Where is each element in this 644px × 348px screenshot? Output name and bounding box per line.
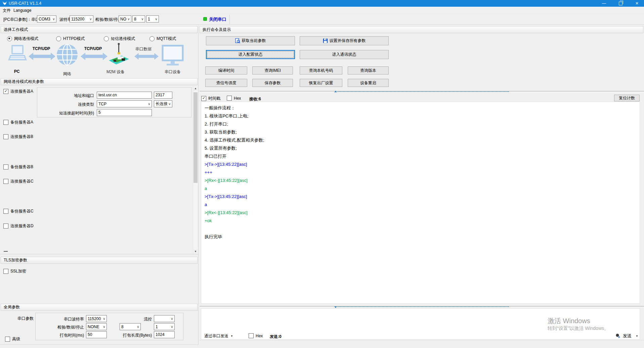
pack-time-input[interactable]: 50: [86, 331, 107, 338]
baud-select[interactable]: 115200∨: [70, 15, 93, 22]
menu-language[interactable]: Language: [12, 8, 33, 13]
databits-select[interactable]: 8∨: [132, 15, 145, 22]
menu-file[interactable]: 文件: [1, 8, 12, 13]
dropdown-arrow-icon: ▼: [636, 335, 638, 338]
log-line: 执行完毕: [205, 233, 636, 241]
checkbox-server-d[interactable]: 连接服务器D: [3, 223, 34, 229]
com-port-select[interactable]: COM3∨: [37, 15, 56, 22]
radio-sms[interactable]: 短信透传模式: [104, 36, 135, 42]
node-label-serial-device: 串口设备: [159, 69, 186, 75]
device-restart-button[interactable]: 设备重启: [348, 79, 389, 87]
log-line: 4. 选择工作模式,配置相关参数;: [205, 136, 636, 144]
chevron-down-icon: ∨: [170, 325, 174, 329]
chevron-down-icon: ∨: [136, 325, 140, 329]
section-divider: [0, 254, 198, 254]
chevron-down-icon: ∨: [147, 102, 152, 106]
log-line: a: [205, 185, 636, 193]
dropdown-arrow-icon: ▼: [230, 335, 233, 338]
log-output-area[interactable]: 一般操作流程： 1. 模块连PC串口,上电; 2. 打开串口; 3. 获取当前参…: [201, 102, 640, 304]
send-button[interactable]: 发送 ▼: [615, 333, 638, 339]
restore-button[interactable]: [615, 0, 626, 7]
log-line: 2. 打开串口;: [205, 120, 636, 128]
link-label-tcpudp-2: TCP/UDP: [80, 46, 106, 51]
radio-httpd[interactable]: HTTPD模式: [56, 36, 85, 42]
server-a-port-input[interactable]: 2317: [154, 92, 172, 99]
scrollbar-thumb[interactable]: [194, 92, 198, 183]
enter-comm-state-button[interactable]: 进入通讯状态: [300, 50, 389, 59]
node-label-m2m: M2M 设备: [102, 69, 129, 75]
log-line: 串口已打开: [205, 152, 636, 160]
title-bar: USR-CAT1 V1.1.4 — ✕: [0, 0, 644, 7]
chevron-down-icon: ∨: [140, 17, 145, 21]
reset-count-button[interactable]: 复位计数: [614, 95, 640, 101]
log-line: +++: [205, 168, 636, 177]
log-line: 1. 模块连PC串口,上电;: [205, 112, 636, 120]
log-splitter-handle[interactable]: [338, 91, 509, 93]
radio-net-transparent[interactable]: 网络透传模式: [7, 36, 38, 42]
set-save-params-button[interactable]: 设置并保存所有参数: [300, 36, 389, 45]
node-label-pc: PC: [3, 69, 30, 74]
checkbox-icon: [249, 333, 254, 338]
send-via-dropdown[interactable]: 通过串口发送 ▼: [204, 333, 233, 339]
conn-type-select[interactable]: TCP∨: [97, 100, 152, 107]
radio-mqtt[interactable]: MQTT模式: [149, 36, 176, 42]
query-version-button[interactable]: 查询版本: [348, 66, 389, 74]
log-line: >[Tx->][13:45:22][asc]: [205, 193, 636, 201]
checkbox-icon: [3, 120, 8, 125]
checkbox-ssl[interactable]: SSL加密: [3, 268, 26, 274]
work-mode-header: 选择工作模式: [1, 26, 198, 33]
port-open-indicator-icon: [203, 17, 207, 21]
checkbox-server-b[interactable]: 连接服务器B: [3, 134, 33, 140]
enter-config-state-button[interactable]: 进入配置状态: [206, 50, 295, 59]
checkbox-backup-server-a[interactable]: 备份服务器A: [3, 119, 33, 125]
send-splitter-handle[interactable]: [338, 306, 509, 308]
app-logo-icon: [2, 1, 7, 6]
checkbox-recv-hex[interactable]: Hex: [227, 96, 241, 101]
g-baud-select[interactable]: 115200∨: [86, 315, 107, 322]
node-label-network: 网络: [54, 71, 81, 77]
chevron-down-icon: ∨: [51, 17, 56, 21]
g-parity-select[interactable]: NONE∨: [86, 323, 107, 330]
checkbox-timestamp[interactable]: ✓ 时间戳: [201, 96, 220, 101]
chevron-down-icon: ∨: [88, 17, 93, 21]
short-conn-timeout-input[interactable]: 5: [97, 109, 152, 116]
stopbits-select[interactable]: 1∨: [146, 15, 159, 22]
splitter-collapse-up-icon[interactable]: [334, 91, 337, 92]
checkbox-send-hex[interactable]: Hex: [249, 333, 263, 338]
command-panel-header: 执行命令及提示: [200, 26, 643, 33]
save-params-button[interactable]: 保存参数: [252, 79, 293, 87]
chevron-down-icon: ∨: [154, 17, 159, 21]
compile-time-button[interactable]: 编译时间: [205, 66, 247, 74]
log-line: +ok: [205, 217, 636, 225]
checkbox-server-c[interactable]: 连接服务器C: [3, 179, 34, 184]
checkbox-advanced[interactable]: 高级: [5, 336, 20, 342]
minimize-button[interactable]: —: [598, 0, 610, 7]
network-globe-icon: [56, 44, 78, 66]
query-phone-number-button[interactable]: 查询本机号码: [300, 66, 342, 74]
recv-count: 接收:6: [249, 96, 261, 102]
g-stopbits-select[interactable]: 1∨: [154, 323, 175, 330]
close-button[interactable]: ✕: [631, 0, 643, 7]
g-databits-select[interactable]: 8∨: [120, 323, 141, 330]
parity-select[interactable]: NONI∨: [119, 15, 131, 22]
query-imei-button[interactable]: 查询IMEI: [252, 66, 293, 74]
checkbox-backup-server-b[interactable]: 备份服务器B: [3, 164, 33, 170]
scroll-up-icon[interactable]: ▲: [193, 86, 198, 91]
splitter-collapse-down-icon[interactable]: [334, 306, 337, 308]
serial-group-label: 串口参数: [10, 316, 34, 321]
flow-select[interactable]: ∨: [154, 315, 175, 322]
scroll-down-icon[interactable]: ▼: [193, 249, 198, 254]
get-params-button[interactable]: 获取当前参数: [206, 36, 295, 45]
factory-reset-button[interactable]: 恢复出厂设置: [300, 79, 342, 87]
menu-bar: 文件 Language: [0, 7, 644, 14]
left-scrollbar[interactable]: ▲ ▼: [193, 86, 198, 254]
server-a-address-input[interactable]: test.usr.cn: [97, 92, 152, 99]
windows-activation-hint: 转到“设置”以激活 Windows。: [548, 326, 609, 332]
checkbox-backup-server-c[interactable]: 备份服务器C: [3, 208, 34, 214]
checkbox-server-a[interactable]: ✓ 连接服务器A: [3, 89, 33, 94]
serial-toolbar: [PC串口参数]：串口号 COM3∨ 波特率 115200∨ 检验/数据/停止 …: [0, 14, 644, 25]
clipped-checkbox-fragment: [4, 251, 8, 252]
pack-len-input[interactable]: 1024: [154, 331, 175, 338]
query-signal-button[interactable]: 查信号强度: [205, 79, 247, 87]
conn-mode-select[interactable]: 长连接∨: [154, 100, 172, 107]
